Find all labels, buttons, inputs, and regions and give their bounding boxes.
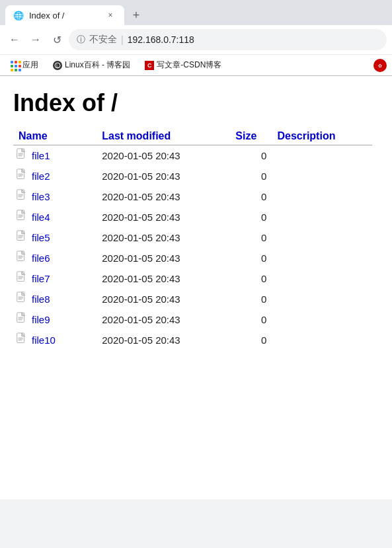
address-separator: |	[121, 34, 124, 45]
col-header-name: Name	[13, 128, 97, 145]
table-row: file4 2020-01-05 20:43 0	[13, 207, 372, 227]
linux-favicon-icon: L	[53, 61, 62, 70]
reload-button[interactable]: ↺	[48, 30, 66, 49]
file-cell-size: 0	[230, 227, 272, 248]
tab-favicon-icon: 🌐	[13, 10, 24, 20]
table-row: file10 2020-01-05 20:43 0	[13, 330, 372, 350]
file-cell-size: 0	[230, 330, 272, 350]
bookmark-linux[interactable]: L Linux百科 - 博客园	[48, 58, 136, 73]
page-title: Index of /	[13, 89, 372, 117]
file-link-file7[interactable]: file7	[32, 273, 50, 284]
file-cell-size: 0	[230, 166, 272, 186]
file-cell-name: file8	[13, 289, 97, 309]
file-table-body: file1 2020-01-05 20:43 0 file2 2020-01-0…	[13, 145, 372, 351]
active-tab[interactable]: 🌐 Index of / ×	[5, 5, 124, 25]
file-cell-name: file1	[13, 145, 97, 166]
file-cell-name: file9	[13, 309, 97, 330]
file-cell-name: file4	[13, 207, 97, 227]
table-row: file8 2020-01-05 20:43 0	[13, 289, 372, 309]
file-link-file9[interactable]: file9	[32, 314, 50, 325]
file-cell-size: 0	[230, 145, 272, 167]
file-cell-size: 0	[230, 289, 272, 309]
file-cell-desc	[272, 145, 372, 167]
browser-chrome: 🌐 Index of / × + ← → ↺ ⓘ 不安全 | 192.168.0…	[0, 0, 392, 76]
back-button[interactable]: ←	[5, 30, 24, 49]
new-tab-button[interactable]: +	[127, 6, 145, 24]
table-row: file9 2020-01-05 20:43 0	[13, 309, 372, 330]
table-header-row: Name Last modified Size Description	[13, 128, 372, 145]
file-cell-date: 2020-01-05 20:43	[97, 145, 230, 167]
file-link-file10[interactable]: file10	[32, 334, 56, 346]
file-cell-date: 2020-01-05 20:43	[97, 207, 230, 227]
sort-modified-link[interactable]: Last modified	[102, 130, 171, 141]
file-cell-desc	[272, 166, 372, 186]
file-cell-date: 2020-01-05 20:43	[97, 289, 230, 309]
table-row: file1 2020-01-05 20:43 0	[13, 145, 372, 167]
bookmark-linux-label: Linux百科 - 博客园	[65, 59, 130, 71]
table-row: file2 2020-01-05 20:43 0	[13, 166, 372, 186]
file-icon	[16, 292, 28, 307]
address-bar[interactable]: ⓘ 不安全 | 192.168.0.7:118	[69, 29, 387, 50]
file-cell-name: file2	[13, 166, 97, 186]
file-cell-desc	[272, 330, 372, 350]
file-icon	[16, 333, 28, 348]
file-icon	[16, 148, 28, 163]
file-cell-size: 0	[230, 309, 272, 330]
sort-name-link[interactable]: Name	[19, 130, 48, 141]
address-text: 192.168.0.7:118	[128, 34, 194, 45]
file-cell-name: file10	[13, 330, 97, 350]
file-link-file2[interactable]: file2	[32, 171, 50, 182]
file-cell-desc	[272, 227, 372, 248]
table-row: file6 2020-01-05 20:43 0	[13, 248, 372, 268]
file-icon	[16, 230, 28, 245]
nav-bar: ← → ↺ ⓘ 不安全 | 192.168.0.7:118	[0, 25, 392, 54]
table-row: file5 2020-01-05 20:43 0	[13, 227, 372, 248]
bookmark-apps[interactable]: 应用	[5, 58, 44, 73]
file-icon	[16, 251, 28, 266]
file-cell-desc	[272, 186, 372, 207]
file-cell-name: file6	[13, 248, 97, 268]
sort-desc-link[interactable]: Description	[277, 130, 335, 141]
col-header-desc: Description	[272, 128, 372, 145]
file-cell-date: 2020-01-05 20:43	[97, 166, 230, 186]
bookmark-apps-label: 应用	[22, 59, 38, 71]
table-row: file3 2020-01-05 20:43 0	[13, 186, 372, 207]
table-row: file7 2020-01-05 20:43 0	[13, 268, 372, 289]
security-icon: ⓘ	[77, 34, 85, 46]
bookmarks-bar: 应用 L Linux百科 - 博客园 C 写文章-CSDN博客 ✿	[0, 54, 392, 75]
apps-grid-icon	[11, 61, 20, 70]
file-link-file8[interactable]: file8	[32, 294, 50, 305]
file-cell-date: 2020-01-05 20:43	[97, 248, 230, 268]
file-icon	[16, 189, 28, 204]
file-cell-desc	[272, 207, 372, 227]
file-icon	[16, 210, 28, 225]
file-icon	[16, 312, 28, 327]
sort-size-link[interactable]: Size	[235, 130, 256, 141]
csdn-favicon-icon: C	[145, 61, 154, 70]
forward-button[interactable]: →	[26, 30, 45, 49]
security-text: 不安全	[89, 34, 117, 46]
extra-bookmark-icon[interactable]: ✿	[373, 59, 387, 72]
col-header-size: Size	[230, 128, 272, 145]
col-header-modified: Last modified	[97, 128, 230, 145]
file-link-file3[interactable]: file3	[32, 191, 50, 202]
tab-title: Index of /	[29, 11, 64, 20]
file-link-file6[interactable]: file6	[32, 253, 50, 264]
file-link-file4[interactable]: file4	[32, 212, 50, 223]
file-cell-date: 2020-01-05 20:43	[97, 330, 230, 350]
file-cell-size: 0	[230, 248, 272, 268]
file-icon	[16, 271, 28, 286]
file-cell-date: 2020-01-05 20:43	[97, 309, 230, 330]
file-cell-desc	[272, 289, 372, 309]
page-content: Index of / Name Last modified Size Descr…	[0, 76, 392, 499]
file-cell-date: 2020-01-05 20:43	[97, 227, 230, 248]
file-table: Name Last modified Size Description	[13, 128, 372, 350]
file-cell-desc	[272, 268, 372, 289]
file-cell-name: file5	[13, 227, 97, 248]
tab-close-button[interactable]: ×	[104, 9, 116, 21]
file-link-file5[interactable]: file5	[32, 232, 50, 243]
file-cell-desc	[272, 248, 372, 268]
bookmark-csdn[interactable]: C 写文章-CSDN博客	[139, 58, 227, 73]
file-link-file1[interactable]: file1	[32, 150, 50, 161]
svg-text:L: L	[56, 63, 59, 68]
